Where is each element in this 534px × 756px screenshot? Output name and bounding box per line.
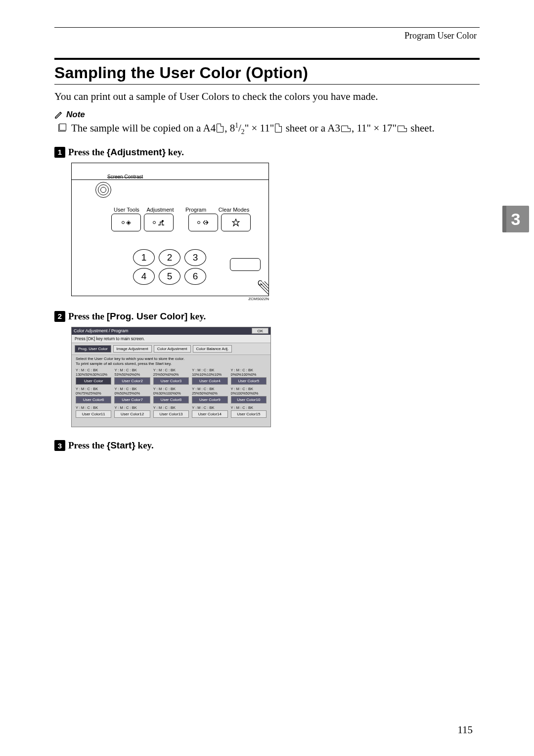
user-color-button[interactable]: User Color7 xyxy=(114,396,150,403)
corner-hatch-icon xyxy=(254,281,268,296)
portrait-icon xyxy=(217,124,223,133)
user-color-button[interactable]: User Color2 xyxy=(114,377,150,385)
user-color-button[interactable]: User Color10 xyxy=(231,396,267,403)
screen-contrast-label: Screen Contrast xyxy=(107,174,143,179)
user-color-button[interactable]: User Color3 xyxy=(153,377,189,385)
chapter-tab: 3 xyxy=(502,206,529,232)
numkey-2[interactable]: 2 xyxy=(159,249,180,266)
ymcbk-label: Y : M : C : BK xyxy=(192,387,227,391)
user-color-cell: Y : M : C : BK0%50%25%0%User Color7 xyxy=(114,387,150,403)
ymcbk-label: Y : M : C : BK xyxy=(153,405,189,410)
ymcbk-label: Y : M : C : BK xyxy=(76,387,111,391)
ymcbk-values: 53%50%0%0% xyxy=(114,372,150,377)
note-frag: sheet or a A3 xyxy=(283,122,340,134)
screen-instruction: Select the User Color key to which you w… xyxy=(72,355,270,366)
numkey-4[interactable]: 4 xyxy=(133,268,155,285)
landscape-icon xyxy=(398,126,407,132)
step-frag: Press the xyxy=(68,311,107,321)
note-text: The sample will be copied on a A4, 81/2"… xyxy=(71,121,435,137)
program-key[interactable] xyxy=(188,214,218,231)
user-color-cell: Y : M : C : BK130%50%30%10%User Color xyxy=(76,368,111,385)
user-color-grid: Y : M : C : BK130%50%30%10%User ColorY :… xyxy=(72,366,270,420)
figure-control-panel: Screen Contrast User Tools Adjustment Pr… xyxy=(71,163,269,296)
user-color-cell: Y : M : C : BKUser Color14 xyxy=(192,405,227,418)
ymcbk-label: Y : M : C : BK xyxy=(192,405,227,410)
numpad: 1 2 3 4 5 6 xyxy=(133,249,210,287)
ymcbk-label: Y : M : C : BK xyxy=(76,405,111,410)
ymcbk-label: Y : M : C : BK xyxy=(153,368,189,372)
page-title: Sampling the User Color (Option) xyxy=(54,64,480,82)
tab-row: Prog. User Color Image Adjustment Color … xyxy=(72,343,270,355)
numkey-3[interactable]: 3 xyxy=(184,249,206,266)
note-label: Note xyxy=(66,110,85,120)
step-keyname: [Prog. User Color] xyxy=(107,311,188,321)
step-frag: key. xyxy=(187,311,206,321)
step-text: Press the {Start} key. xyxy=(68,440,154,451)
pencil-icon xyxy=(54,110,63,119)
user-color-button[interactable]: User Color12 xyxy=(114,410,150,418)
contrast-knob-icon xyxy=(95,182,111,198)
user-color-button[interactable]: User Color xyxy=(76,377,111,385)
user-color-button[interactable]: User Color9 xyxy=(192,396,227,403)
label-clear-modes: Clear Modes xyxy=(214,207,254,213)
numkey-1[interactable]: 1 xyxy=(133,249,155,266)
tab-color-balance[interactable]: Color Balance Adj. xyxy=(193,345,232,353)
ymcbk-label: Y : M : C : BK xyxy=(192,368,227,372)
user-color-button[interactable]: User Color13 xyxy=(153,410,189,418)
note-frag: " × 11" xyxy=(245,122,274,134)
tab-image-adjustment[interactable]: Image Adjustment xyxy=(113,345,152,353)
svg-marker-1 xyxy=(232,219,239,226)
user-color-cell: Y : M : C : BK53%50%0%0%User Color2 xyxy=(114,368,150,385)
user-color-button[interactable]: User Color15 xyxy=(231,410,267,418)
user-color-button[interactable]: User Color5 xyxy=(231,377,267,385)
user-color-button[interactable]: User Color11 xyxy=(76,410,111,418)
label-user-tools: User Tools xyxy=(110,207,143,213)
note-body: The sample will be copied on a A4, 81/2"… xyxy=(59,121,480,137)
figure-touchscreen: Color Adjustment / Program OK Press [OK]… xyxy=(71,327,271,427)
ymcbk-values: 0%50%25%0% xyxy=(114,391,150,396)
user-color-cell: Y : M : C : BKUser Color11 xyxy=(76,405,111,418)
intro-text: You can print out a sample of User Color… xyxy=(54,90,480,103)
user-color-button[interactable]: User Color6 xyxy=(76,396,111,403)
user-color-button[interactable]: User Color8 xyxy=(153,396,189,403)
tab-color-adjustment[interactable]: Color Adjustment xyxy=(154,345,191,353)
ok-button[interactable]: OK xyxy=(252,328,268,334)
step-number: 3 xyxy=(54,440,65,451)
tab-prog-user-color[interactable]: Prog. User Color xyxy=(75,345,111,353)
ymcbk-values: 130%50%30%10% xyxy=(76,372,111,377)
adjustment-key[interactable] xyxy=(144,214,174,231)
ymcbk-values: 0%0%100%0% xyxy=(231,372,267,377)
ymcbk-label: Y : M : C : BK xyxy=(231,387,267,391)
key-row: ◈ xyxy=(111,214,268,231)
user-color-cell: Y : M : C : BKUser Color13 xyxy=(153,405,189,418)
ymcbk-values: 0%75%25%0% xyxy=(76,391,111,396)
user-tools-key[interactable]: ◈ xyxy=(111,214,141,231)
page-number: 115 xyxy=(457,724,473,736)
portrait-icon xyxy=(275,124,282,133)
instr-line: Select the User Color key to which you w… xyxy=(76,356,267,361)
user-color-cell: Y : M : C : BK0%30%100%0%User Color8 xyxy=(153,387,189,403)
clear-modes-key[interactable] xyxy=(221,214,251,231)
svg-point-0 xyxy=(162,220,164,222)
ymcbk-values: 25%50%0%0% xyxy=(192,391,227,396)
instr-line: To print sample of all colors stored, pr… xyxy=(76,361,267,366)
ymcbk-label: Y : M : C : BK xyxy=(114,368,150,372)
user-color-cell: Y : M : C : BK10%10%10%10%User Color4 xyxy=(192,368,227,385)
step-text: Press the {Adjustment} key. xyxy=(68,147,184,158)
ymcbk-label: Y : M : C : BK xyxy=(114,387,150,391)
step-frag: Press the xyxy=(68,147,107,157)
screen-subtitle: Press [OK] key return to main screen. xyxy=(72,335,270,343)
user-color-cell: Y : M : C : BKUser Color15 xyxy=(231,405,267,418)
note-bullet-icon xyxy=(59,124,66,131)
user-color-button[interactable]: User Color14 xyxy=(192,410,227,418)
ymcbk-label: Y : M : C : BK xyxy=(153,387,189,391)
user-color-button[interactable]: User Color4 xyxy=(192,377,227,385)
ymcbk-label: Y : M : C : BK xyxy=(231,368,267,372)
side-key[interactable] xyxy=(230,258,261,271)
running-head: Program User Color xyxy=(54,31,477,41)
numkey-5[interactable]: 5 xyxy=(159,268,180,285)
numkey-6[interactable]: 6 xyxy=(184,268,206,285)
label-adjustment: Adjustment xyxy=(143,207,178,213)
key-labels-row: User Tools Adjustment Program Clear Mode… xyxy=(110,207,268,213)
rule-thick xyxy=(54,58,480,60)
